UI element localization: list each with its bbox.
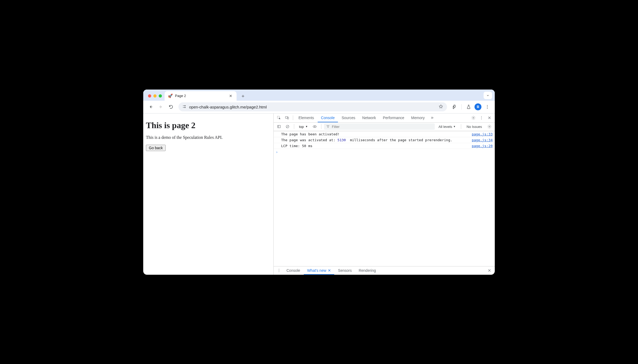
arrow-left-icon [148, 104, 153, 109]
svg-point-14 [314, 126, 315, 127]
log-message: The page was activated at: 5130 millisec… [281, 138, 469, 142]
console-filterbar: top ▼ All levels ▼ No Issues [274, 123, 495, 131]
drawer-close-button[interactable] [486, 267, 493, 274]
drawer-tab-label: What's new [307, 268, 326, 273]
svg-point-15 [489, 126, 490, 127]
svg-point-16 [279, 269, 279, 269]
devtools-menu-button[interactable] [478, 114, 485, 122]
log-source-link[interactable]: page.js:34 [469, 138, 493, 142]
tab-elements[interactable]: Elements [295, 113, 317, 122]
window-maximize-button[interactable] [159, 94, 162, 98]
url-text: open-chalk-asparagus.glitch.me/page2.htm… [189, 105, 436, 109]
tab-console[interactable]: Console [318, 113, 338, 122]
svg-point-11 [481, 119, 482, 119]
tab-strip: 🚀 Page 2 ✕ ＋ [143, 90, 495, 101]
site-settings-icon[interactable] [182, 104, 186, 110]
clear-console-button[interactable] [284, 123, 291, 130]
puzzle-icon [452, 104, 457, 109]
drawer-tab-whatsnew[interactable]: What's new ✕ [304, 266, 334, 275]
browser-tab[interactable]: 🚀 Page 2 ✕ [165, 91, 237, 101]
triangle-down-icon: ▼ [305, 125, 308, 128]
tab-title: Page 2 [175, 94, 226, 98]
console-filter[interactable] [324, 123, 435, 130]
gear-icon [487, 124, 492, 129]
levels-label: All levels [438, 125, 452, 129]
svg-point-2 [487, 105, 488, 106]
window-controls [146, 94, 165, 101]
clear-icon [285, 124, 290, 129]
more-tabs-button[interactable] [428, 114, 436, 122]
arrow-right-icon [158, 104, 163, 109]
log-source-link[interactable]: page.js:20 [469, 144, 493, 148]
star-icon [438, 104, 443, 109]
drawer-menu-button[interactable] [275, 267, 283, 274]
chevron-down-icon [486, 94, 490, 97]
live-expression-button[interactable] [311, 123, 318, 130]
triangle-down-icon: ▼ [453, 125, 456, 128]
browser-menu-button[interactable] [483, 103, 492, 111]
go-back-button[interactable]: Go back [146, 145, 166, 151]
page-paragraph: This is a demo of the Speculation Rules … [146, 135, 271, 140]
dots-vertical-icon [479, 116, 484, 120]
svg-point-9 [481, 116, 482, 117]
divider [294, 124, 294, 129]
tab-close-button[interactable]: ✕ [228, 93, 233, 99]
forward-button[interactable] [157, 103, 165, 111]
address-bar[interactable]: open-chalk-asparagus.glitch.me/page2.htm… [178, 102, 447, 111]
log-row: LCP time: 50 ms page.js:20 [274, 143, 495, 149]
labs-button[interactable] [464, 103, 473, 111]
svg-point-0 [185, 105, 185, 106]
eye-icon [313, 124, 317, 129]
window-close-button[interactable] [148, 94, 151, 98]
issues-counter[interactable]: No Issues [464, 125, 485, 129]
window-minimize-button[interactable] [153, 94, 157, 98]
devtools-close-button[interactable] [486, 114, 493, 122]
devtools-panel: Elements Console Sources Network Perform… [273, 114, 495, 275]
devtools-drawer: Console What's new ✕ Sensors Rendering [274, 266, 495, 275]
close-icon [487, 268, 492, 273]
tabs-dropdown-button[interactable] [484, 92, 492, 99]
divider [293, 115, 293, 120]
console-log: The page has been activated! page.js:33 … [274, 131, 495, 266]
new-tab-button[interactable]: ＋ [239, 92, 247, 100]
bookmark-button[interactable] [438, 104, 443, 110]
drawer-tab-close-button[interactable]: ✕ [328, 268, 331, 273]
divider [461, 124, 461, 129]
devtools-tabbar: Elements Console Sources Network Perform… [274, 114, 495, 123]
context-label: top [299, 125, 304, 129]
inspect-icon [277, 116, 281, 120]
console-prompt[interactable]: › [274, 149, 495, 155]
filter-input[interactable] [332, 125, 433, 129]
tab-network[interactable]: Network [359, 113, 379, 122]
divider [321, 124, 321, 129]
divider [461, 104, 462, 110]
back-button[interactable] [146, 103, 155, 111]
reload-button[interactable] [167, 103, 175, 111]
reload-icon [169, 104, 173, 109]
close-icon [487, 116, 492, 120]
chevrons-right-icon [430, 116, 434, 120]
extensions-button[interactable] [450, 103, 459, 111]
console-settings-button[interactable] [486, 123, 493, 130]
log-levels-selector[interactable]: All levels ▼ [436, 125, 458, 129]
tab-memory[interactable]: Memory [408, 113, 428, 122]
drawer-tab-sensors[interactable]: Sensors [335, 266, 355, 275]
tab-sources[interactable]: Sources [338, 113, 358, 122]
profile-button[interactable]: B [474, 103, 481, 110]
execution-context-selector[interactable]: top ▼ [297, 123, 310, 130]
svg-point-3 [487, 107, 488, 107]
drawer-tab-rendering[interactable]: Rendering [356, 266, 379, 275]
inspect-element-button[interactable] [275, 114, 283, 122]
browser-toolbar: open-chalk-asparagus.glitch.me/page2.htm… [143, 101, 495, 114]
log-row: The page was activated at: 5130 millisec… [274, 137, 495, 143]
console-sidebar-toggle[interactable] [275, 123, 283, 130]
log-source-link[interactable]: page.js:33 [469, 132, 493, 136]
devtools-settings-button[interactable] [470, 114, 477, 122]
svg-point-17 [279, 270, 279, 271]
log-row: The page has been activated! page.js:33 [274, 131, 495, 137]
tab-performance[interactable]: Performance [380, 113, 407, 122]
svg-point-18 [279, 272, 279, 272]
device-toolbar-button[interactable] [283, 114, 291, 122]
page-content: This is page 2 This is a demo of the Spe… [143, 114, 273, 275]
drawer-tab-console[interactable]: Console [283, 266, 303, 275]
